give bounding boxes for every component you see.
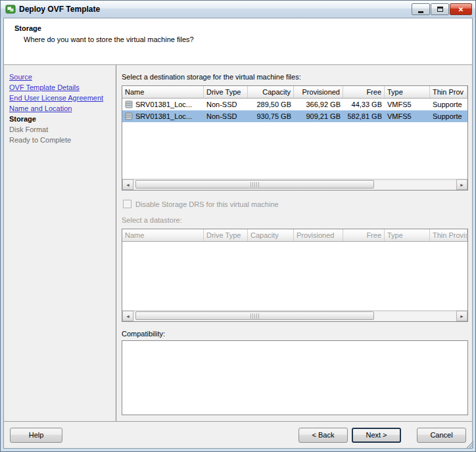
sidebar-item-disk-format: Disk Format [9,124,113,135]
datastore-name: SRV01381_Loc... [135,112,192,120]
datastore-icon [125,112,133,120]
cell-drive-type: Non-SSD [204,112,248,120]
horizontal-scrollbar: ◄ ► [122,179,467,190]
destination-storage-table-body: SRV01381_Loc... Non-SSD 289,50 GB 366,92… [122,99,467,179]
select-datastore-label: Select a datastore: [122,216,468,224]
cell-capacity: 930,75 GB [248,112,294,120]
datastore-table-body [122,242,467,310]
column-header-drive-type[interactable]: Drive Type [204,86,248,98]
sidebar-item-ovf-template-details[interactable]: OVF Template Details [9,82,113,93]
wizard-header: Storage Where do you want to store the v… [4,18,472,65]
column-header-thin-provisioning: Thin Provis [430,229,467,241]
cell-free: 582,81 GB [343,112,385,120]
datastore-icon [125,101,133,108]
storage-drs-row: Disable Storage DRS for this virtual mac… [123,200,468,208]
datastore-table: Name Drive Type Capacity Provisioned Fre… [122,229,468,322]
window-title: Deploy OVF Template [19,5,411,14]
scroll-right-button[interactable]: ► [456,179,467,190]
destination-storage-table: Name Drive Type Capacity Provisioned Fre… [122,85,468,191]
column-header-capacity[interactable]: Capacity [248,86,294,98]
wizard-body: Source OVF Template Details End User Lic… [4,65,472,421]
wizard-steps-sidebar: Source OVF Template Details End User Lic… [4,65,116,421]
page-subtitle: Where do you want to store the virtual m… [24,35,472,43]
scrollbar-grip-icon [250,313,259,319]
window-frame: Storage Where do you want to store the v… [1,18,475,451]
datastore-table-header: Name Drive Type Capacity Provisioned Fre… [122,229,467,242]
sidebar-item-ready-to-complete: Ready to Complete [9,135,113,145]
column-header-type: Type [385,229,430,241]
column-header-type[interactable]: Type [385,86,430,98]
back-button[interactable]: < Back [298,428,348,443]
maximize-icon [437,7,443,12]
destination-storage-table-header: Name Drive Type Capacity Provisioned Fre… [122,86,467,99]
window-controls: ✕ [411,3,472,15]
scrollbar-grip-icon [250,182,259,187]
cell-drive-type: Non-SSD [204,101,248,108]
select-storage-label: Select a destination storage for the vir… [122,73,468,81]
cell-type: VMFS5 [385,101,430,108]
page-title: Storage [14,24,472,32]
maximize-button[interactable] [431,3,449,15]
datastore-name: SRV01381_Loc... [135,101,192,108]
sidebar-item-storage: Storage [9,114,113,124]
wizard-dialog: Storage Where do you want to store the v… [3,18,473,449]
help-button[interactable]: Help [10,428,62,443]
sidebar-item-name-and-location[interactable]: Name and Location [9,103,113,114]
scrollbar-thumb[interactable] [135,180,374,189]
cell-provisioned: 909,21 GB [294,112,343,120]
resize-grip[interactable] [466,441,474,450]
cell-name: SRV01381_Loc... [122,112,204,120]
cell-provisioned: 366,92 GB [294,101,343,108]
deploy-ovf-window: Deploy OVF Template ✕ Storage Where do y… [0,0,476,452]
cell-thin-provisioning: Supporte [430,112,467,120]
vsphere-app-icon[interactable] [5,4,16,14]
column-header-name: Name [122,229,204,241]
compatibility-label: Compatibility: [122,330,468,338]
sidebar-item-end-user-license-agreement[interactable]: End User License Agreement [9,93,113,103]
cell-name: SRV01381_Loc... [122,101,204,108]
column-header-drive-type: Drive Type [204,229,248,241]
next-button[interactable]: Next > [352,428,401,443]
storage-drs-label: Disable Storage DRS for this virtual mac… [135,200,279,208]
column-header-free: Free [343,229,385,241]
column-header-name[interactable]: Name [122,86,204,98]
datastore-row-1[interactable]: SRV01381_Loc... Non-SSD 289,50 GB 366,92… [122,99,467,110]
storage-drs-checkbox [123,200,131,208]
scrollbar-track[interactable] [133,179,456,190]
scrollbar-thumb[interactable] [135,311,374,320]
scroll-left-button[interactable]: ◄ [122,179,133,190]
column-header-thin-provisioning[interactable]: Thin Prov [430,86,467,98]
compatibility-box [122,340,468,415]
cancel-button[interactable]: Cancel [417,428,466,443]
cell-capacity: 289,50 GB [248,101,294,108]
footer-button-bar: Help < Back Next > Cancel [4,421,472,448]
sidebar-item-source[interactable]: Source [9,72,113,82]
close-icon: ✕ [458,6,464,13]
column-header-capacity: Capacity [248,229,294,241]
column-header-provisioned[interactable]: Provisioned [294,86,343,98]
datastore-row-2-selected[interactable]: SRV01381_Loc... Non-SSD 930,75 GB 909,21… [122,110,467,122]
scroll-left-button[interactable]: ◄ [122,311,133,321]
minimize-icon [418,11,423,13]
column-header-provisioned: Provisioned [294,229,343,241]
minimize-button[interactable] [412,3,430,15]
column-header-free[interactable]: Free [343,86,385,98]
title-bar: Deploy OVF Template ✕ [1,1,475,18]
horizontal-scrollbar: ◄ ► [122,310,467,321]
scrollbar-track[interactable] [133,311,456,321]
cell-type: VMFS5 [385,112,430,120]
close-button[interactable]: ✕ [450,3,472,15]
cell-thin-provisioning: Supporte [430,101,467,108]
storage-step-content: Select a destination storage for the vir… [116,65,472,421]
scroll-right-button[interactable]: ► [456,311,467,321]
cell-free: 44,33 GB [343,101,385,108]
